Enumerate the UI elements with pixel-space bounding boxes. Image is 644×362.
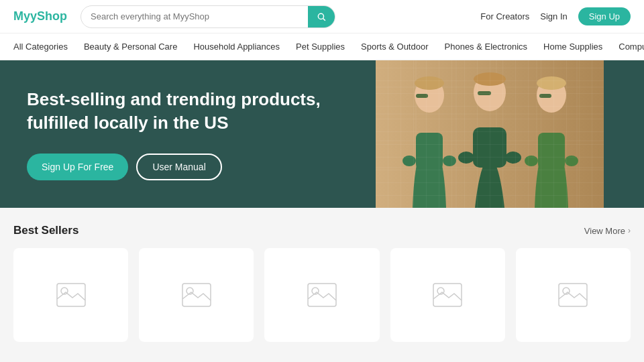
svg-rect-37 — [433, 284, 462, 306]
search-input[interactable] — [81, 11, 308, 21]
svg-point-21 — [537, 78, 566, 113]
hero-buttons: Sign Up For Free User Manual — [27, 154, 349, 180]
nav-bar: All Categories Beauty & Personal Care Ho… — [0, 34, 644, 60]
hero-image — [376, 60, 604, 208]
product-card-4[interactable] — [390, 248, 505, 342]
image-placeholder-icon — [307, 283, 337, 307]
best-sellers-section: Best Sellers View More › — [0, 208, 644, 353]
image-placeholder-icon — [182, 283, 211, 307]
svg-point-29 — [474, 72, 506, 86]
search-button[interactable] — [308, 5, 335, 28]
svg-point-28 — [415, 76, 444, 90]
product-card-2[interactable] — [139, 248, 254, 342]
nav-item-all-categories[interactable]: All Categories — [13, 42, 68, 52]
svg-point-17 — [474, 74, 506, 111]
svg-rect-35 — [308, 284, 336, 306]
svg-point-20 — [505, 152, 521, 164]
product-card-3[interactable] — [264, 248, 379, 342]
best-sellers-header: Best Sellers View More › — [13, 224, 631, 237]
svg-rect-3 — [376, 60, 604, 208]
svg-rect-39 — [559, 284, 587, 306]
chevron-right-icon: › — [628, 226, 631, 235]
svg-rect-22 — [538, 133, 565, 170]
svg-rect-14 — [416, 133, 443, 170]
svg-point-16 — [443, 156, 456, 166]
product-card-5[interactable] — [516, 248, 631, 342]
svg-rect-2 — [376, 60, 604, 208]
hero-signup-button[interactable]: Sign Up For Free — [27, 154, 128, 180]
svg-point-24 — [565, 156, 578, 166]
product-image-5 — [558, 283, 588, 307]
svg-rect-25 — [416, 94, 428, 98]
svg-point-13 — [415, 78, 444, 113]
hero-content: Best-selling and trending products, fulf… — [0, 60, 376, 208]
product-card-1[interactable] — [13, 248, 128, 342]
hero-manual-button[interactable]: User Manual — [136, 154, 221, 180]
nav-item-sports[interactable]: Sports & Outdoor — [361, 42, 428, 52]
svg-rect-18 — [473, 127, 506, 168]
svg-line-1 — [323, 18, 325, 20]
hero-image-placeholder — [376, 60, 604, 208]
for-creators-link[interactable]: For Creators — [480, 11, 529, 21]
best-sellers-product-row — [13, 248, 631, 342]
sign-in-button[interactable]: Sign In — [540, 11, 567, 21]
trending-section: Trending View More › — [0, 353, 644, 362]
nav-item-household[interactable]: Household Appliances — [193, 42, 280, 52]
sign-up-header-button[interactable]: Sign Up — [578, 7, 631, 25]
product-image-4 — [433, 283, 462, 307]
hero-banner: Best-selling and trending products, fulf… — [0, 60, 644, 208]
product-image-2 — [182, 283, 211, 307]
product-image-3 — [307, 283, 337, 307]
image-placeholder-icon — [56, 283, 86, 307]
best-sellers-view-more[interactable]: View More › — [584, 226, 631, 236]
nav-item-home[interactable]: Home Supplies — [543, 42, 602, 52]
best-sellers-title: Best Sellers — [13, 224, 78, 237]
search-bar — [80, 5, 335, 28]
header-right: For Creators Sign In Sign Up — [480, 7, 631, 25]
svg-point-15 — [402, 156, 416, 166]
logo: MyyShop — [13, 9, 67, 23]
hero-title: Best-selling and trending products, fulf… — [27, 88, 349, 135]
nav-item-pet[interactable]: Pet Supplies — [296, 42, 345, 52]
image-placeholder-icon — [558, 283, 588, 307]
svg-point-23 — [525, 156, 538, 166]
header: MyyShop For Creators Sign In Sign Up — [0, 0, 644, 34]
svg-point-0 — [318, 13, 323, 19]
svg-rect-27 — [539, 94, 551, 98]
svg-rect-26 — [478, 91, 491, 95]
best-sellers-view-more-label: View More — [584, 226, 625, 236]
nav-item-beauty[interactable]: Beauty & Personal Care — [84, 42, 177, 52]
nav-item-computers[interactable]: Computers & Office › — [619, 42, 644, 52]
svg-rect-31 — [57, 284, 85, 306]
svg-point-19 — [458, 152, 474, 164]
image-placeholder-icon — [433, 283, 462, 307]
hero-illustration — [376, 60, 604, 208]
svg-rect-33 — [182, 284, 211, 306]
product-image-1 — [56, 283, 86, 307]
nav-item-phones[interactable]: Phones & Electronics — [445, 42, 528, 52]
svg-point-30 — [537, 76, 566, 90]
